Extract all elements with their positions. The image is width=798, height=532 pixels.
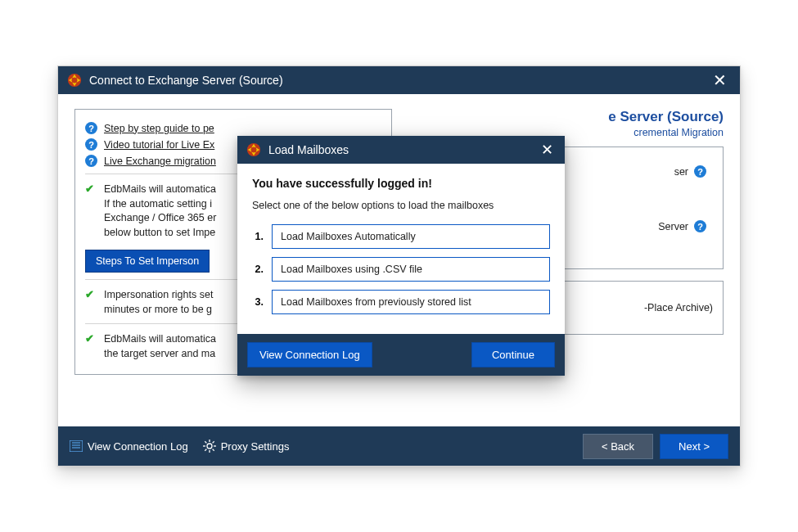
help-icon: ? <box>85 138 97 151</box>
info-line: below button to set Impe <box>104 227 215 238</box>
svg-line-12 <box>205 449 206 451</box>
option-row-1: 1. Load Mailboxes Automatically <box>252 224 550 249</box>
help-icon[interactable]: ? <box>694 220 706 232</box>
app-icon <box>66 72 83 88</box>
modal-close-icon[interactable]: ✕ <box>538 141 557 159</box>
option-row-3: 3. Load Mailboxes from previously stored… <box>252 290 550 314</box>
info-line: EdbMails will automatica <box>104 333 216 345</box>
footer-proxy-settings[interactable]: Proxy Settings <box>203 440 290 453</box>
info-line: If the automatic setting i <box>104 198 212 210</box>
modal-body: You have successfully logged in! Select … <box>237 164 565 334</box>
main-title: Connect to Exchange Server (Source) <box>89 74 708 87</box>
radio-label: Server <box>658 221 688 232</box>
modal-footer: View Connection Log Continue <box>237 334 565 376</box>
check-icon: ✔ <box>85 332 97 345</box>
modal-heading: You have successfully logged in! <box>252 177 550 190</box>
app-icon <box>246 142 262 158</box>
svg-line-10 <box>205 441 206 443</box>
info-text: Impersonation rights set minutes or more… <box>104 288 213 317</box>
help-icon: ? <box>85 155 97 167</box>
modal-subtext: Select one of the below options to load … <box>252 200 550 211</box>
close-icon[interactable]: ✕ <box>708 70 732 90</box>
footer-view-log[interactable]: View Connection Log <box>70 440 188 453</box>
footer-left: View Connection Log Proxy Settings <box>70 440 576 453</box>
guide-link[interactable]: Step by step guide to pe <box>104 123 214 134</box>
info-text: EdbMails will automatica If the automati… <box>104 183 216 240</box>
video-link[interactable]: Video tutorial for Live Ex <box>104 139 214 151</box>
check-icon: ✔ <box>85 288 97 300</box>
load-csv-button[interactable]: Load Mailboxes using .CSV file <box>272 257 550 282</box>
info-text: EdbMails will automatica the target serv… <box>104 332 216 361</box>
svg-line-11 <box>212 449 214 451</box>
next-button[interactable]: Next > <box>660 434 728 459</box>
faq-link[interactable]: Live Exchange migration <box>104 156 216 167</box>
info-line: minutes or more to be g <box>104 304 212 315</box>
check-icon: ✔ <box>85 183 97 195</box>
info-line: Impersonation rights set <box>104 289 213 300</box>
option-number: 3. <box>252 296 264 308</box>
help-link-row: ? Step by step guide to pe <box>85 122 381 134</box>
svg-point-5 <box>207 444 212 449</box>
archive-label: -Place Archive) <box>644 302 713 313</box>
svg-rect-1 <box>70 440 83 452</box>
gear-icon <box>203 440 216 453</box>
load-mailboxes-modal: Load Mailboxes ✕ You have successfully l… <box>237 136 565 376</box>
steps-impersonation-button[interactable]: Steps To Set Imperson <box>85 250 210 273</box>
right-header-area: e Server (Source) cremental Migration <box>407 109 724 138</box>
svg-line-13 <box>212 441 214 443</box>
modal-titlebar: Load Mailboxes ✕ <box>237 136 565 164</box>
back-button[interactable]: < Back <box>583 434 653 459</box>
help-icon: ? <box>85 122 97 134</box>
info-line: Exchange / Office 365 er <box>104 212 216 223</box>
load-stored-button[interactable]: Load Mailboxes from previously stored li… <box>272 290 550 314</box>
modal-title: Load Mailboxes <box>268 143 538 156</box>
info-line: the target server and ma <box>104 348 215 359</box>
modal-view-log-button[interactable]: View Connection Log <box>247 342 372 367</box>
footer-bar: View Connection Log Proxy Settings < Bac… <box>58 426 740 466</box>
info-line: EdbMails will automatica <box>104 183 216 195</box>
log-icon <box>70 440 83 452</box>
option-row-2: 2. Load Mailboxes using .CSV file <box>252 257 550 282</box>
right-heading: e Server (Source) <box>407 109 724 125</box>
modal-continue-button[interactable]: Continue <box>471 342 555 367</box>
radio-label: ser <box>674 166 688 178</box>
help-icon[interactable]: ? <box>694 165 706 178</box>
main-titlebar: Connect to Exchange Server (Source) ✕ <box>58 66 740 94</box>
option-number: 1. <box>252 231 264 242</box>
load-auto-button[interactable]: Load Mailboxes Automatically <box>272 224 550 249</box>
option-number: 2. <box>252 264 264 275</box>
footer-proxy-label: Proxy Settings <box>221 440 290 453</box>
footer-view-log-label: View Connection Log <box>88 440 188 453</box>
